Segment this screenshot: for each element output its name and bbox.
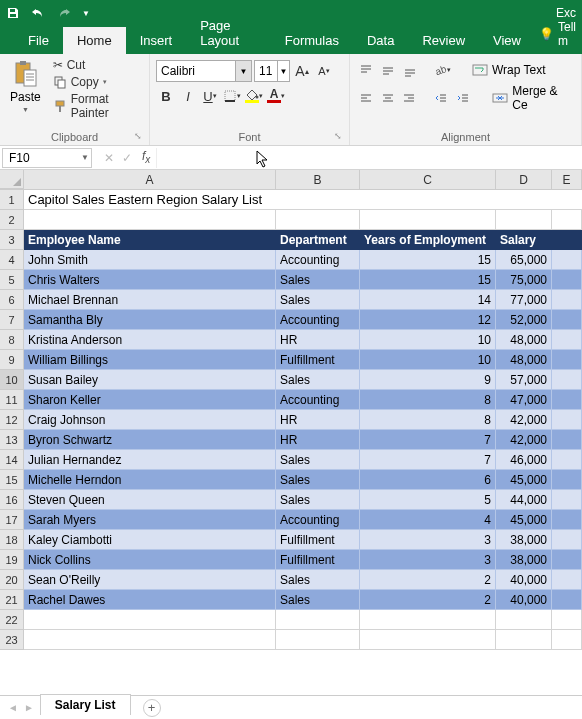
cell[interactable]: Nick Collins xyxy=(24,550,276,570)
add-sheet-button[interactable]: + xyxy=(143,699,161,717)
cell[interactable] xyxy=(24,630,276,650)
cell[interactable]: Sales xyxy=(276,370,360,390)
font-color-button[interactable]: A▾ xyxy=(266,86,286,106)
col-header[interactable]: E xyxy=(552,170,582,189)
row-header[interactable]: 1 xyxy=(0,190,24,210)
tell-me[interactable]: 💡 Tell m xyxy=(535,14,582,54)
cell[interactable]: 4 xyxy=(360,510,496,530)
cell[interactable]: Sales xyxy=(276,270,360,290)
cell[interactable] xyxy=(552,550,582,570)
cell[interactable]: 44,000 xyxy=(496,490,552,510)
cell[interactable] xyxy=(360,190,496,210)
cell[interactable] xyxy=(552,210,582,230)
tab-data[interactable]: Data xyxy=(353,27,408,54)
cell[interactable]: 10 xyxy=(360,330,496,350)
tab-page-layout[interactable]: Page Layout xyxy=(186,12,271,54)
cell[interactable]: Kaley Ciambotti xyxy=(24,530,276,550)
cell[interactable]: 2 xyxy=(360,570,496,590)
cancel-icon[interactable]: ✕ xyxy=(104,151,114,165)
italic-button[interactable]: I xyxy=(178,86,198,106)
sheet-tab[interactable]: Salary List xyxy=(40,694,131,715)
cell[interactable] xyxy=(276,630,360,650)
shrink-font-icon[interactable]: A▾ xyxy=(314,61,334,81)
cell[interactable]: Michelle Herndon xyxy=(24,470,276,490)
cell[interactable]: 40,000 xyxy=(496,590,552,610)
cell[interactable]: William Billings xyxy=(24,350,276,370)
cell[interactable]: 15 xyxy=(360,250,496,270)
cell[interactable]: 8 xyxy=(360,390,496,410)
chevron-down-icon[interactable]: ▼ xyxy=(81,153,89,162)
dialog-launcher-icon[interactable]: ⤡ xyxy=(333,131,343,141)
cell[interactable]: Accounting xyxy=(276,250,360,270)
cell[interactable]: Craig Johnson xyxy=(24,410,276,430)
cell[interactable]: Julian Hernandez xyxy=(24,450,276,470)
cell[interactable]: Accounting xyxy=(276,310,360,330)
cell[interactable]: HR xyxy=(276,410,360,430)
row-header[interactable]: 14 xyxy=(0,450,24,470)
row-header[interactable]: 12 xyxy=(0,410,24,430)
cell[interactable]: Sales xyxy=(276,470,360,490)
cell[interactable]: Years of Employment xyxy=(360,230,496,250)
cell[interactable]: Employee Name xyxy=(24,230,276,250)
row-header[interactable]: 22 xyxy=(0,610,24,630)
cell[interactable] xyxy=(276,210,360,230)
cell[interactable]: Kristina Anderson xyxy=(24,330,276,350)
name-box[interactable]: F10▼ xyxy=(2,148,92,168)
cell[interactable]: 15 xyxy=(360,270,496,290)
underline-button[interactable]: U▾ xyxy=(200,86,220,106)
chevron-down-icon[interactable]: ▼ xyxy=(235,61,251,81)
cell[interactable]: Sales xyxy=(276,590,360,610)
cell[interactable]: Department xyxy=(276,230,360,250)
cell[interactable]: 3 xyxy=(360,550,496,570)
cut-button[interactable]: ✂Cut xyxy=(53,58,143,72)
row-header[interactable]: 10 xyxy=(0,370,24,390)
row-header[interactable]: 16 xyxy=(0,490,24,510)
cell[interactable]: 2 xyxy=(360,590,496,610)
cell[interactable]: 77,000 xyxy=(496,290,552,310)
col-header[interactable]: C xyxy=(360,170,496,189)
cell[interactable]: Accounting xyxy=(276,390,360,410)
cell[interactable] xyxy=(552,590,582,610)
row-header[interactable]: 11 xyxy=(0,390,24,410)
cell[interactable]: Salary xyxy=(496,230,552,250)
cell[interactable]: 46,000 xyxy=(496,450,552,470)
cell[interactable] xyxy=(552,250,582,270)
cell[interactable]: 48,000 xyxy=(496,350,552,370)
cell[interactable]: 42,000 xyxy=(496,430,552,450)
cell[interactable] xyxy=(496,210,552,230)
row-header[interactable]: 18 xyxy=(0,530,24,550)
cell[interactable]: Fulfillment xyxy=(276,350,360,370)
cell[interactable] xyxy=(552,530,582,550)
cell[interactable]: Rachel Dawes xyxy=(24,590,276,610)
fx-icon[interactable]: fx xyxy=(142,149,156,165)
cell[interactable] xyxy=(552,430,582,450)
cell[interactable]: 42,000 xyxy=(496,410,552,430)
cell[interactable] xyxy=(552,290,582,310)
cell[interactable]: 12 xyxy=(360,310,496,330)
cell[interactable]: HR xyxy=(276,430,360,450)
row-header[interactable]: 23 xyxy=(0,630,24,650)
cell[interactable]: Fulfillment xyxy=(276,530,360,550)
cell[interactable]: Samantha Bly xyxy=(24,310,276,330)
copy-button[interactable]: Copy▾ xyxy=(53,75,143,89)
cell[interactable]: 10 xyxy=(360,350,496,370)
cell[interactable]: 48,000 xyxy=(496,330,552,350)
align-bottom-icon[interactable] xyxy=(400,60,420,80)
cell[interactable] xyxy=(24,210,276,230)
cell[interactable]: Sales xyxy=(276,570,360,590)
cell[interactable] xyxy=(360,610,496,630)
cell[interactable] xyxy=(552,450,582,470)
row-header[interactable]: 20 xyxy=(0,570,24,590)
row-header[interactable]: 7 xyxy=(0,310,24,330)
cell[interactable]: 7 xyxy=(360,450,496,470)
font-size-combo[interactable]: 11▼ xyxy=(254,60,290,82)
cell[interactable]: Sean O'Reilly xyxy=(24,570,276,590)
cell[interactable]: Sharon Keller xyxy=(24,390,276,410)
cell[interactable]: 7 xyxy=(360,430,496,450)
row-header[interactable]: 3 xyxy=(0,230,24,250)
cell[interactable] xyxy=(552,490,582,510)
cell[interactable]: Accounting xyxy=(276,510,360,530)
cell[interactable]: Byron Schwartz xyxy=(24,430,276,450)
merge-center-button[interactable]: Merge & Ce xyxy=(488,84,575,112)
row-header[interactable]: 8 xyxy=(0,330,24,350)
